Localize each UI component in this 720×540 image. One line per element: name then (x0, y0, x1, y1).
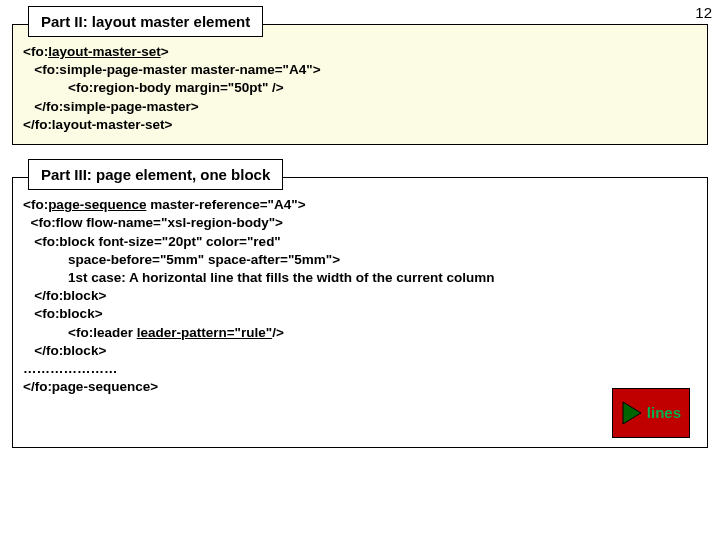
code-text: master-reference="A4"> (146, 197, 305, 212)
part2-title: Part II: layout master element (28, 6, 263, 37)
code-text: ………………… (23, 361, 118, 376)
code-text: <fo: (23, 197, 48, 212)
code-text: > (161, 44, 169, 59)
code-underline: page-sequence (48, 197, 146, 212)
part3-section: Part III: page element, one block <fo:pa… (12, 177, 708, 448)
part2-section: Part II: layout master element <fo:layou… (12, 24, 708, 145)
code-text: <fo:flow flow-name="xsl-region-body"> (23, 215, 283, 230)
lines-badge[interactable]: lines (612, 388, 690, 438)
code-text: <fo:leader (23, 325, 137, 340)
page-number: 12 (695, 4, 712, 21)
code-text: space-before="5mm" space-after="5mm"> (23, 252, 340, 267)
code-text: <fo: (23, 44, 48, 59)
part2-code-box: <fo:layout-master-set> <fo:simple-page-m… (12, 24, 708, 145)
code-text: <fo:simple-page-master master-name="A4"> (23, 62, 321, 77)
code-text: </fo:block> (23, 343, 106, 358)
code-text: /> (272, 325, 284, 340)
part3-title: Part III: page element, one block (28, 159, 283, 190)
code-underline: leader-pattern="rule" (137, 325, 272, 340)
lines-label: lines (647, 403, 681, 423)
code-text: 1st case: A horizontal line that fills t… (23, 270, 495, 285)
code-text: </fo:layout-master-set> (23, 117, 172, 132)
code-underline: layout-master-set (48, 44, 161, 59)
code-text: </fo:page-sequence> (23, 379, 158, 394)
part3-code-box: <fo:page-sequence master-reference="A4">… (12, 177, 708, 448)
code-text: <fo:block font-size="20pt" color="red" (23, 234, 281, 249)
code-text: </fo:simple-page-master> (23, 99, 199, 114)
play-icon (621, 400, 643, 426)
code-text: <fo:region-body margin="50pt" /> (23, 80, 284, 95)
svg-marker-0 (623, 402, 641, 424)
code-text: </fo:block> (23, 288, 106, 303)
code-text: <fo:block> (23, 306, 103, 321)
